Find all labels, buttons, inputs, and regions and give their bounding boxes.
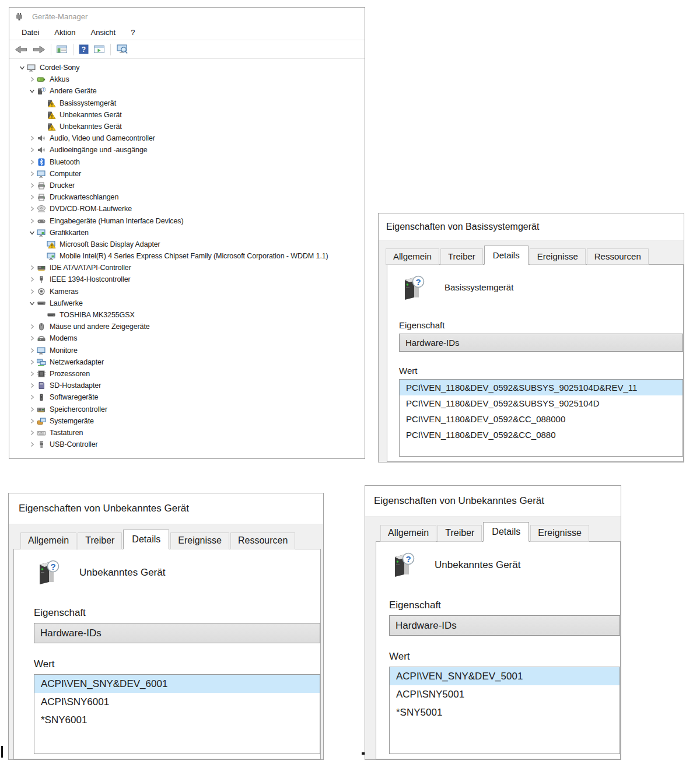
tab-details[interactable]: Details <box>483 522 529 542</box>
tree-item[interactable]: Akkus <box>9 73 365 85</box>
chevron-right-icon[interactable] <box>27 394 37 400</box>
help-icon[interactable]: ? <box>79 44 89 54</box>
chevron-right-icon[interactable] <box>27 206 37 212</box>
hardware-id-item[interactable]: ACPI\VEN_SNY&DEV_5001 <box>390 667 620 685</box>
tree-item[interactable]: USB-Controller <box>9 439 365 450</box>
tab-treiber[interactable]: Treiber <box>440 248 483 265</box>
tree-item[interactable]: Mobile Intel(R) 4 Series Express Chipset… <box>9 250 365 262</box>
chevron-right-icon[interactable] <box>27 76 37 82</box>
tree-item[interactable]: Druckwarteschlangen <box>9 191 365 203</box>
tree-item[interactable]: Cordel-Sony <box>9 62 365 73</box>
tree-item[interactable]: Basissystemgerät <box>9 97 365 109</box>
chevron-right-icon[interactable] <box>27 406 37 412</box>
hardware-id-item[interactable]: PCI\VEN_1180&DEV_0592&CC_0880 <box>400 427 682 443</box>
tree-item[interactable]: Laufwerke <box>9 297 365 309</box>
tree-item[interactable]: SD-Hostadapter <box>9 380 365 391</box>
property-combobox[interactable]: Hardware-IDs <box>389 615 620 636</box>
tab-treiber[interactable]: Treiber <box>78 532 122 549</box>
tree-item[interactable]: Monitore <box>9 345 365 356</box>
chevron-right-icon[interactable] <box>27 348 37 353</box>
properties-window-icon[interactable] <box>94 45 105 54</box>
chevron-right-icon[interactable] <box>27 335 37 341</box>
tab-allgemein[interactable]: Allgemein <box>380 525 436 542</box>
chevron-right-icon[interactable] <box>27 159 37 165</box>
tree-item[interactable]: IDE ATA/ATAPI-Controller <box>9 262 365 274</box>
hardware-id-item[interactable]: PCI\VEN_1180&DEV_0592&SUBSYS_9025104D&RE… <box>400 380 682 395</box>
tree-item[interactable]: Eingabegeräte (Human Interface Devices) <box>9 215 365 226</box>
tree-item[interactable]: Modems <box>9 332 365 344</box>
tree-item[interactable]: Drucker <box>9 180 365 191</box>
hardware-id-item[interactable]: ACPI\VEN_SNY&DEV_6001 <box>34 675 320 693</box>
tree-item[interactable]: Mäuse und andere Zeigegeräte <box>9 321 365 332</box>
menu-item-datei[interactable]: Datei <box>22 28 39 37</box>
menu-item-aktion[interactable]: Aktion <box>54 28 75 37</box>
hardware-id-item[interactable]: *SNY5001 <box>390 703 620 721</box>
tree-item[interactable]: Systemgeräte <box>9 415 365 427</box>
tree-item[interactable]: Tastaturen <box>9 427 365 439</box>
tree-item[interactable]: TOSHIBA MK3255GSX <box>9 309 365 321</box>
chevron-right-icon[interactable] <box>27 276 37 282</box>
tree-item[interactable]: Audioeingänge und -ausgänge <box>9 144 365 156</box>
tree-item[interactable]: DVD/CD-ROM-Laufwerke <box>9 203 365 215</box>
tab-details[interactable]: Details <box>123 530 169 549</box>
hardware-id-item[interactable]: ACPI\SNY6001 <box>34 693 320 711</box>
chevron-right-icon[interactable] <box>27 383 37 388</box>
tab-ereignisse[interactable]: Ereignisse <box>170 532 229 549</box>
tree-item[interactable]: Softwaregeräte <box>9 391 365 403</box>
tree-item[interactable]: Unbekanntes Gerät <box>9 121 365 132</box>
menu-item-help[interactable]: ? <box>131 28 135 37</box>
chevron-right-icon[interactable] <box>27 183 37 188</box>
property-combobox[interactable]: Hardware-IDs <box>34 623 320 643</box>
forward-arrow-icon[interactable] <box>33 45 46 54</box>
chevron-right-icon[interactable] <box>27 441 37 447</box>
chevron-right-icon[interactable] <box>27 430 37 436</box>
tree-item[interactable]: Bluetooth <box>9 156 365 168</box>
menu-item-ansicht[interactable]: Ansicht <box>91 28 116 37</box>
tree-item[interactable]: Unbekanntes Gerät <box>9 109 365 121</box>
chevron-right-icon[interactable] <box>27 218 37 224</box>
chevron-down-icon[interactable] <box>17 65 27 71</box>
property-combobox[interactable]: Hardware-IDs <box>399 334 683 352</box>
chevron-right-icon[interactable] <box>27 371 37 377</box>
chevron-right-icon[interactable] <box>27 194 37 200</box>
console-tree-icon[interactable] <box>57 45 68 54</box>
back-arrow-icon[interactable] <box>15 45 27 54</box>
tree-item[interactable]: Audio, Video und Gamecontroller <box>9 132 365 144</box>
tree-item[interactable]: ?Andere Geräte <box>9 85 365 97</box>
scan-hardware-icon[interactable] <box>116 44 128 54</box>
details-tab-page: ? Unbekanntes Gerät Eigenschaft Hardware… <box>13 549 321 759</box>
hardware-id-item[interactable]: PCI\VEN_1180&DEV_0592&CC_088000 <box>400 411 682 427</box>
tab-ressourcen[interactable]: Ressourcen <box>230 532 295 549</box>
chevron-down-icon[interactable] <box>27 88 37 94</box>
tree-item[interactable]: Grafikkarten <box>9 227 365 239</box>
chevron-right-icon[interactable] <box>27 147 37 153</box>
tree-item[interactable]: Prozessoren <box>9 368 365 380</box>
chevron-down-icon[interactable] <box>27 230 37 236</box>
tab-treiber[interactable]: Treiber <box>438 525 482 542</box>
hardware-id-item[interactable]: PCI\VEN_1180&DEV_0592&SUBSYS_9025104D <box>400 395 682 411</box>
hardware-id-item[interactable]: *SNY6001 <box>34 711 320 729</box>
tab-allgemein[interactable]: Allgemein <box>386 248 439 265</box>
tree-item[interactable]: Netzwerkadapter <box>9 356 365 368</box>
tab-ereignisse[interactable]: Ereignisse <box>530 525 589 542</box>
tree-item[interactable]: Computer <box>9 168 365 180</box>
tab-ressourcen[interactable]: Ressourcen <box>587 248 649 265</box>
chevron-down-icon[interactable] <box>27 300 37 306</box>
chevron-right-icon[interactable] <box>27 171 37 177</box>
chevron-right-icon[interactable] <box>27 265 37 271</box>
chevron-right-icon[interactable] <box>27 359 37 365</box>
tree-item[interactable]: IEEE 1394-Hostcontroller <box>9 274 365 285</box>
tab-ereignisse[interactable]: Ereignisse <box>530 248 586 265</box>
tree-item[interactable]: Microsoft Basic Display Adapter <box>9 239 365 250</box>
chevron-right-icon[interactable] <box>27 418 37 424</box>
tree-item[interactable]: Speichercontroller <box>9 403 365 415</box>
hardware-id-item[interactable]: ACPI\SNY5001 <box>390 685 620 703</box>
chevron-right-icon[interactable] <box>27 289 37 295</box>
chevron-right-icon[interactable] <box>27 135 37 141</box>
tab-details[interactable]: Details <box>484 246 528 265</box>
window-title: Geräte-Manager <box>32 12 88 21</box>
tree-item-label: Laufwerke <box>50 297 83 309</box>
chevron-right-icon[interactable] <box>27 324 37 330</box>
tree-item[interactable]: Kameras <box>9 286 365 297</box>
tab-allgemein[interactable]: Allgemein <box>20 532 76 549</box>
